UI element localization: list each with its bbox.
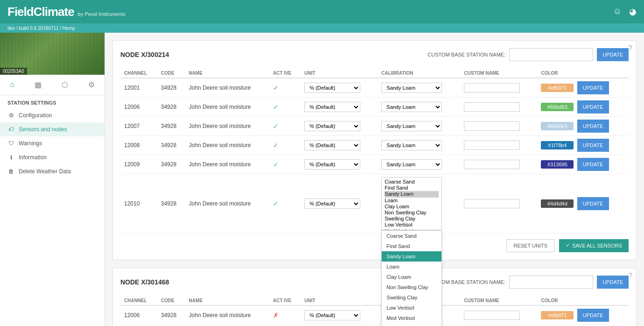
unit-select[interactable]: % (Default): [304, 121, 360, 131]
node1-save-all-button[interactable]: ✓ SAVE ALL SENSORS: [559, 239, 629, 252]
cell-unit[interactable]: % (Default): [301, 305, 378, 325]
row-update-button[interactable]: UPDATE: [577, 120, 609, 133]
row-update-button[interactable]: UPDATE: [577, 139, 609, 152]
dropdown-item[interactable]: Med Vertisol: [382, 313, 441, 323]
calibration-select[interactable]: Coarse SandFind SandSandy LoamLoamClay L…: [381, 83, 442, 93]
calibration-select[interactable]: Coarse SandFind SandSandy LoamLoamClay L…: [381, 102, 442, 112]
node1-custom-input[interactable]: [509, 48, 593, 61]
row-update-button[interactable]: UPDATE: [577, 100, 609, 113]
sidebar-item-warnings[interactable]: 🛡 Warnings: [0, 136, 105, 150]
cell-custom-name[interactable]: [460, 117, 537, 136]
dropdown-item[interactable]: Low Vertisol: [382, 303, 441, 313]
cell-calibration[interactable]: Coarse SandFind SandSandy LoamLoamClay L…: [378, 136, 460, 155]
custom-name-input[interactable]: [464, 311, 520, 320]
help-icon-2[interactable]: ?: [628, 272, 632, 280]
calibration-select[interactable]: Coarse SandFind SandSandy LoamLoamClay L…: [381, 159, 442, 170]
table-row: 12009 34928 John Deere soil moisture ✓ %…: [120, 155, 629, 174]
dropdown-item[interactable]: Coarse Sand: [382, 231, 441, 241]
calibration-select[interactable]: Coarse SandFind SandSandy LoamLoamClay L…: [381, 140, 442, 150]
cell-name: John Deere soil moisture: [185, 98, 269, 117]
cell-custom-name[interactable]: [460, 174, 537, 234]
brand-name: FieldClimate: [7, 5, 74, 19]
sidebar-item-configuration[interactable]: ⚙ Configuration: [0, 108, 105, 122]
cell-custom-name[interactable]: [460, 78, 537, 98]
custom-name-input[interactable]: [464, 83, 520, 92]
cell-calibration[interactable]: Coarse SandFind SandSandy LoamLoamClay L…: [378, 117, 460, 136]
col-channel-2: CHANNEL: [120, 296, 157, 305]
cell-unit[interactable]: % (Default): [301, 136, 378, 155]
station-image-wrap: 002053A0: [0, 33, 105, 75]
cell-calibration[interactable]: Coarse SandFind SandSandy LoamLoamClay L…: [378, 155, 460, 174]
sidebar: 002053A0 ⌂ ▦ ⬡ ⚙ STATION SETTINGS ⚙ Conf…: [0, 33, 105, 326]
cell-unit[interactable]: % (Default): [301, 174, 378, 234]
custom-name-input[interactable]: [464, 121, 520, 131]
sidebar-home-icon[interactable]: ⌂: [8, 78, 16, 91]
unit-select[interactable]: % (Default): [304, 83, 360, 93]
unit-select[interactable]: % (Default): [304, 102, 360, 112]
cell-custom-name[interactable]: [460, 136, 537, 155]
custom-name-input[interactable]: [464, 160, 520, 169]
sidebar-chart-icon[interactable]: ▦: [33, 78, 43, 91]
cell-custom-name[interactable]: [460, 305, 537, 325]
calibration-dropdown-wrap: Coarse SandFind SandSandy LoamLoamClay L…: [381, 121, 442, 131]
user-icon[interactable]: ☺: [613, 7, 622, 17]
cell-color: #313695 UPDATE: [537, 155, 629, 174]
cell-custom-name[interactable]: [460, 98, 537, 117]
node2-custom-input[interactable]: [509, 276, 593, 289]
cell-unit[interactable]: % (Default): [301, 117, 378, 136]
dropdown-item[interactable]: Non Swelling Clay: [382, 282, 441, 292]
node2-header: NODE X/301468 CUSTOM BASE STATION NAME: …: [120, 276, 629, 289]
row-update-button[interactable]: UPDATE: [577, 309, 609, 322]
cell-custom-name[interactable]: [460, 155, 537, 174]
sidebar-item-delete-weather[interactable]: 🗑 Delete Weather Data: [0, 164, 105, 178]
cell-calibration[interactable]: Coarse SandFind SandSandy LoamLoamClay L…: [378, 98, 460, 117]
dropdown-item[interactable]: Clay Loam: [382, 272, 441, 282]
cell-calibration[interactable]: Coarse SandFind SandSandy LoamLoamClay L…: [378, 78, 460, 98]
dropdown-item[interactable]: Loam: [382, 262, 441, 272]
sidebar-settings-icon[interactable]: ⚙: [86, 78, 97, 91]
unit-select[interactable]: % (Default): [304, 140, 360, 150]
cell-unit[interactable]: % (Default): [301, 98, 378, 117]
save-all-label: SAVE ALL SENSORS: [572, 243, 622, 248]
cell-channel: 12007: [120, 117, 157, 136]
calibration-select[interactable]: Coarse SandFind SandSandy LoamLoamClay L…: [381, 121, 442, 131]
unit-select[interactable]: % (Default): [304, 198, 360, 209]
signal-icon[interactable]: ◕: [629, 7, 637, 17]
cell-code: 34928: [157, 98, 185, 117]
col-unit: UNIT: [301, 69, 378, 78]
calibration-select[interactable]: Coarse SandFind SandSandy LoamLoamClay L…: [381, 177, 442, 230]
dropdown-item[interactable]: Swelling Clay: [382, 292, 441, 303]
node2-title: NODE X/301468: [120, 278, 169, 286]
custom-name-input[interactable]: [464, 141, 520, 150]
cell-code: 34928: [157, 117, 185, 136]
custom-name-input[interactable]: [464, 199, 520, 208]
row-update-button[interactable]: UPDATE: [577, 197, 609, 210]
check-icon: ✓: [273, 122, 279, 130]
cell-unit[interactable]: % (Default): [301, 78, 378, 98]
dropdown-item[interactable]: Find Sand: [382, 241, 441, 251]
unit-select[interactable]: % (Default): [304, 310, 360, 320]
node1-update-button[interactable]: UPDATE: [597, 48, 629, 61]
sidebar-sensor-icon[interactable]: ⬡: [60, 78, 70, 91]
col-color: COLOR: [537, 69, 629, 78]
sensors-icon: 🏷: [7, 126, 15, 133]
custom-name-input[interactable]: [464, 102, 520, 112]
unit-select[interactable]: % (Default): [304, 159, 360, 170]
row-update-button[interactable]: UPDATE: [577, 81, 609, 94]
row-update-button[interactable]: UPDATE: [577, 158, 609, 171]
dropdown-item[interactable]: Sandy Loam: [382, 251, 441, 262]
cell-unit[interactable]: % (Default): [301, 155, 378, 174]
warnings-label: Warnings: [19, 140, 42, 147]
node1-reset-button[interactable]: RESET UNITS: [506, 239, 554, 252]
info-icon: ℹ: [7, 154, 15, 161]
help-icon-1[interactable]: ?: [628, 44, 632, 53]
node2-update-button[interactable]: UPDATE: [597, 276, 629, 289]
cell-calibration[interactable]: Coarse SandFind SandSandy LoamLoamClay L…: [378, 174, 460, 234]
dropdown-item[interactable]: High Verisol: [382, 323, 441, 326]
cell-active: ✗: [269, 305, 301, 325]
cell-code: 34928: [157, 136, 185, 155]
calibration-dropdown-wrap: Coarse SandFind SandSandy LoamLoamClay L…: [381, 102, 442, 112]
sidebar-item-information[interactable]: ℹ Information: [0, 150, 105, 164]
calibration-dropdown-wrap: Coarse SandFind SandSandy LoamLoamClay L…: [381, 159, 442, 170]
sidebar-item-sensors-nodes[interactable]: 🏷 Sensors and nodes: [0, 122, 105, 136]
